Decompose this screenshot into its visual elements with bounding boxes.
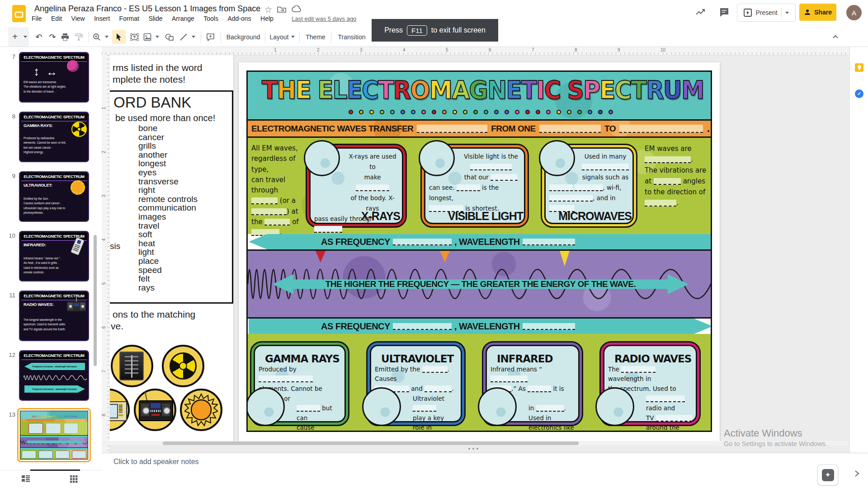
arrow-bottom-blank[interactable] — [523, 323, 575, 330]
menu-file[interactable]: File — [28, 15, 46, 22]
radio-blank[interactable] — [646, 395, 685, 402]
arrow-top-blank[interactable] — [393, 239, 452, 245]
notes-resize-handle[interactable] — [468, 448, 478, 450]
insert-image-button[interactable] — [141, 27, 154, 47]
menu-edit[interactable]: Edit — [47, 15, 66, 22]
present-dropdown-icon[interactable] — [785, 12, 789, 14]
menu-help[interactable]: Help — [257, 15, 277, 22]
visible-blank[interactable] — [457, 184, 480, 191]
image-dropdown-icon[interactable] — [154, 27, 161, 47]
slide-thumbnail-11[interactable]: ELECTROMAGNETIC SPECTRUM RADIO WAVES: Th… — [19, 291, 89, 341]
comments-icon[interactable] — [719, 7, 730, 18]
document-title[interactable]: Angelina Peraza Franco - ES U5 Lesson 1 … — [34, 4, 260, 14]
insert-shape-button[interactable] — [163, 27, 176, 47]
new-slide-button[interactable]: + — [8, 27, 22, 47]
last-edit-link[interactable]: Last edit was 5 days ago — [292, 15, 356, 22]
move-folder-icon[interactable] — [277, 6, 286, 13]
sun-circle-icon[interactable] — [180, 389, 222, 431]
transfer-blank-1[interactable] — [417, 125, 487, 133]
ir-blank[interactable] — [528, 385, 551, 392]
insert-comment-button[interactable] — [203, 27, 217, 47]
uv-blank[interactable] — [425, 385, 452, 392]
left-note-blank[interactable] — [251, 197, 278, 204]
transfer-blank-2[interactable] — [539, 125, 601, 133]
select-tool-button[interactable] — [112, 30, 126, 44]
line-dropdown-icon[interactable] — [190, 27, 197, 47]
slides-logo-icon[interactable] — [11, 4, 27, 23]
slide-thumbnail-8[interactable]: ELECTROMAGNETIC SPECTRUM GAMMA RAYS: Pro… — [19, 112, 89, 162]
explore-button[interactable]: ✦ — [817, 465, 838, 485]
redo-button[interactable]: ↷ — [46, 27, 59, 47]
xrays-blank[interactable] — [356, 184, 389, 191]
star-icon[interactable]: ☆ — [264, 5, 272, 15]
grid-view-icon[interactable] — [69, 474, 79, 484]
microwaves-circle[interactable] — [539, 140, 575, 176]
speaker-notes-pane[interactable]: Click to add speaker notes — [102, 453, 868, 488]
text-box-button[interactable] — [127, 27, 141, 47]
xrays-circle[interactable] — [304, 140, 340, 176]
filmstrip-view-icon[interactable] — [21, 474, 31, 484]
account-avatar[interactable]: A — [846, 5, 862, 20]
micro-blank[interactable] — [549, 195, 593, 202]
word-bank-page[interactable]: rms listed in the word mplete the notes!… — [110, 55, 233, 445]
expand-panel-chevron-icon[interactable] — [854, 470, 860, 477]
layout-button[interactable]: Layout — [269, 27, 296, 47]
micro-blank[interactable] — [549, 184, 573, 191]
slide-thumbnail-9[interactable]: ELECTROMAGNETIC SPECTRUM ULTRAVIOLET: Em… — [19, 171, 89, 222]
speaker-notes-placeholder[interactable]: Click to add speaker notes — [113, 458, 199, 466]
gamma-circle[interactable] — [246, 387, 285, 426]
present-button[interactable]: Present — [737, 4, 796, 22]
right-note-blank[interactable] — [645, 156, 691, 163]
radio-circle[interactable] — [595, 387, 634, 426]
slide-thumbnail-12[interactable]: ELECTROMAGNETIC SPECTRUM Frequency incre… — [19, 350, 89, 401]
theme-button[interactable]: Theme — [303, 27, 328, 47]
uv-blank[interactable] — [413, 405, 436, 412]
background-button[interactable]: Background — [224, 27, 262, 47]
boombox-circle-icon[interactable] — [134, 389, 176, 431]
collapse-toolbar-icon[interactable] — [832, 33, 839, 41]
right-note-blank[interactable] — [654, 178, 681, 185]
slide-editing-area[interactable]: THEELECTROMAGNETICSPECTRUM ELECTROMAGNET… — [239, 62, 720, 442]
ir-blank[interactable] — [536, 405, 564, 412]
radioactive-circle-icon[interactable] — [162, 345, 204, 387]
print-button[interactable] — [59, 27, 71, 47]
slide-thumbnail-13-selected[interactable]: THE ELECTROMAGNETIC SPECTRUM — [17, 408, 91, 462]
slide-thumbnail-7[interactable]: ELECTROMAGNETIC SPECTRUM ↕ ↔ EM waves ar… — [19, 52, 89, 103]
arrow-bottom-blank[interactable] — [393, 323, 452, 330]
slide-thumbnail-10[interactable]: ELECTROMAGNETIC SPECTRUM INFRARED: Infra… — [19, 231, 89, 282]
paint-format-button[interactable] — [72, 27, 85, 47]
visible-light-circle[interactable] — [419, 140, 455, 176]
undo-button[interactable]: ↶ — [33, 27, 45, 47]
menu-view[interactable]: View — [68, 15, 89, 22]
canvas-scrollbar-thumb[interactable] — [163, 441, 579, 445]
gamma-blank[interactable] — [297, 405, 320, 412]
menu-format[interactable]: Format — [116, 15, 143, 22]
uv-circle[interactable] — [362, 387, 401, 426]
zoom-dropdown-icon[interactable] — [103, 27, 110, 47]
new-slide-dropdown-icon[interactable] — [22, 27, 29, 47]
left-note-blank[interactable] — [264, 219, 290, 225]
cloud-status-icon[interactable] — [292, 5, 302, 13]
share-button[interactable]: Share — [799, 4, 836, 21]
xrays-blank[interactable] — [314, 226, 342, 233]
filmstrip-scrollbar[interactable] — [94, 235, 97, 366]
left-note-blank[interactable] — [251, 208, 287, 215]
radio-blank[interactable] — [656, 415, 692, 422]
insert-line-button[interactable] — [177, 27, 190, 47]
menu-tools[interactable]: Tools — [200, 15, 222, 22]
micro-blank[interactable] — [582, 164, 629, 170]
menu-addons[interactable]: Add-ons — [224, 15, 255, 22]
menu-insert[interactable]: Insert — [90, 15, 113, 22]
activity-trend-icon[interactable] — [695, 8, 706, 17]
ir-circle[interactable] — [478, 387, 517, 426]
xray-circle-icon[interactable] — [111, 345, 153, 387]
visible-blank[interactable] — [470, 164, 512, 170]
tasks-icon[interactable]: ✓ — [855, 89, 863, 98]
menu-arrange[interactable]: Arrange — [168, 15, 198, 22]
menu-slide[interactable]: Slide — [145, 15, 166, 22]
arrow-top-blank[interactable] — [523, 239, 575, 245]
ir-blank[interactable] — [491, 375, 528, 382]
keep-icon[interactable] — [855, 63, 863, 72]
visible-blank[interactable] — [491, 174, 518, 181]
transfer-blank-3[interactable] — [619, 125, 703, 133]
